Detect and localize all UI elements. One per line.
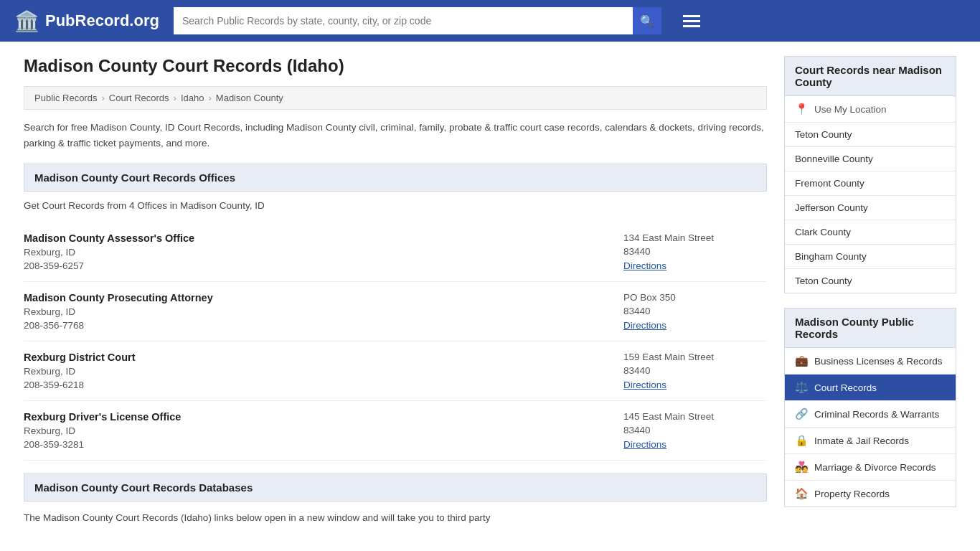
public-records-header: Madison County Public Records <box>784 308 956 348</box>
sidebar-item-label: Property Records <box>814 489 890 499</box>
sidebar-item-fremont-county[interactable]: Fremont County <box>785 171 956 196</box>
menu-icon-bar <box>683 15 700 17</box>
sidebar-item-label: Business Licenses & Records <box>814 356 943 367</box>
sidebar-item-teton-county-1[interactable]: Teton County <box>785 123 956 147</box>
county-label: Jefferson County <box>795 202 868 213</box>
office-name: Madison County Prosecuting Attorney <box>24 292 213 303</box>
office-city: Rexburg, ID <box>24 366 136 377</box>
office-left: Rexburg Driver's License Office Rexburg,… <box>24 411 181 450</box>
link-icon: 🔗 <box>795 408 809 420</box>
office-zip: 83440 <box>623 246 767 257</box>
office-zip: 83440 <box>623 425 767 435</box>
main-container: Madison County Court Records (Idaho) Pub… <box>9 42 971 540</box>
office-right: 159 East Main Street 83440 Directions <box>623 352 767 390</box>
breadcrumb: Public Records › Court Records › Idaho ›… <box>24 86 767 110</box>
breadcrumb-idaho[interactable]: Idaho <box>181 93 204 103</box>
sidebar-item-bonneville-county[interactable]: Bonneville County <box>785 147 956 171</box>
location-icon: 📍 <box>795 103 809 116</box>
menu-button[interactable] <box>683 15 700 27</box>
offices-section-header: Madison County Court Records Offices <box>24 164 767 192</box>
office-zip: 83440 <box>623 365 767 376</box>
sidebar-item-marriage-records[interactable]: 💑 Marriage & Divorce Records <box>785 454 956 481</box>
public-records-list: 💼 Business Licenses & Records ⚖️ Court R… <box>784 348 956 507</box>
office-city: Rexburg, ID <box>24 306 213 317</box>
logo-text: PubRecord.org <box>45 11 159 30</box>
search-input[interactable] <box>174 7 633 34</box>
office-left: Madison County Prosecuting Attorney Rexb… <box>24 292 213 331</box>
public-records-header-text: Madison County Public Records <box>795 316 914 340</box>
use-location-label: Use My Location <box>814 104 887 115</box>
office-name: Madison County Assessor's Office <box>24 232 194 244</box>
nearby-counties-list: 📍 Use My Location Teton County Bonnevill… <box>784 96 956 293</box>
county-label: Teton County <box>795 129 852 140</box>
search-area: 🔍 <box>174 7 661 34</box>
breadcrumb-court-records[interactable]: Court Records <box>109 93 169 103</box>
house-icon: 🏠 <box>795 487 809 500</box>
office-card: Madison County Prosecuting Attorney Rexb… <box>24 282 767 342</box>
offices-count: Get Court Records from 4 Offices in Madi… <box>24 200 767 211</box>
logo[interactable]: 🏛️ PubRecord.org <box>14 9 159 33</box>
lock-icon: 🔒 <box>795 434 809 447</box>
sidebar-item-label: Criminal Records & Warrants <box>814 409 939 420</box>
office-address: 145 East Main Street <box>623 411 767 422</box>
briefcase-icon: 💼 <box>795 354 809 367</box>
sidebar-item-clark-county[interactable]: Clark County <box>785 220 956 245</box>
directions-link[interactable]: Directions <box>623 439 666 450</box>
directions-link[interactable]: Directions <box>623 380 666 390</box>
sidebar-item-business-licenses[interactable]: 💼 Business Licenses & Records <box>785 348 956 375</box>
use-location-item[interactable]: 📍 Use My Location <box>785 96 956 123</box>
directions-link[interactable]: Directions <box>623 320 666 331</box>
sidebar-item-label: Inmate & Jail Records <box>814 435 909 446</box>
office-name: Rexburg Driver's License Office <box>24 411 181 423</box>
sidebar-item-criminal-records[interactable]: 🔗 Criminal Records & Warrants <box>785 401 956 428</box>
breadcrumb-current: Madison County <box>216 93 283 103</box>
office-left: Madison County Assessor's Office Rexburg… <box>24 232 194 271</box>
office-zip: 83440 <box>623 306 767 316</box>
scales-icon: ⚖️ <box>795 381 809 394</box>
county-label: Teton County <box>795 276 852 286</box>
office-right: PO Box 350 83440 Directions <box>623 292 767 331</box>
menu-icon-bar <box>683 25 700 27</box>
office-address: 159 East Main Street <box>623 352 767 362</box>
databases-text: The Madison County Court Records (Idaho)… <box>24 510 767 526</box>
sidebar-item-property-records[interactable]: 🏠 Property Records <box>785 481 956 507</box>
sidebar-item-label: Marriage & Divorce Records <box>814 462 936 473</box>
office-card: Rexburg Driver's License Office Rexburg,… <box>24 401 767 461</box>
office-address: 134 East Main Street <box>623 232 767 243</box>
sidebar-item-court-records[interactable]: ⚖️ Court Records <box>785 375 956 401</box>
menu-icon-bar <box>683 20 700 22</box>
office-phone: 208-356-7768 <box>24 320 213 331</box>
office-card: Rexburg District Court Rexburg, ID 208-3… <box>24 342 767 401</box>
nearby-header: Court Records near Madison County <box>784 56 956 96</box>
sidebar-item-label: Court Records <box>814 382 877 393</box>
header: 🏛️ PubRecord.org 🔍 <box>0 0 980 42</box>
breadcrumb-sep3: › <box>208 93 211 103</box>
county-label: Clark County <box>795 227 851 237</box>
breadcrumb-public-records[interactable]: Public Records <box>34 93 97 103</box>
office-city: Rexburg, ID <box>24 425 181 436</box>
office-phone: 208-359-6218 <box>24 380 136 390</box>
county-label: Bingham County <box>795 251 867 262</box>
breadcrumb-sep1: › <box>101 93 104 103</box>
county-label: Bonneville County <box>795 154 873 164</box>
sidebar-item-bingham-county[interactable]: Bingham County <box>785 245 956 269</box>
search-icon: 🔍 <box>640 14 654 28</box>
logo-icon: 🏛️ <box>14 9 39 33</box>
content-area: Madison County Court Records (Idaho) Pub… <box>24 56 767 526</box>
office-right: 145 East Main Street 83440 Directions <box>623 411 767 450</box>
search-button[interactable]: 🔍 <box>633 7 661 34</box>
rings-icon: 💑 <box>795 461 809 474</box>
office-address: PO Box 350 <box>623 292 767 303</box>
sidebar: Court Records near Madison County 📍 Use … <box>784 56 956 526</box>
county-label: Fremont County <box>795 178 864 189</box>
office-right: 134 East Main Street 83440 Directions <box>623 232 767 271</box>
sidebar-item-inmate-records[interactable]: 🔒 Inmate & Jail Records <box>785 428 956 454</box>
office-phone: 208-359-3281 <box>24 439 181 450</box>
office-phone: 208-359-6257 <box>24 260 194 271</box>
directions-link[interactable]: Directions <box>623 260 666 271</box>
office-city: Rexburg, ID <box>24 247 194 258</box>
sidebar-item-jefferson-county[interactable]: Jefferson County <box>785 196 956 220</box>
office-left: Rexburg District Court Rexburg, ID 208-3… <box>24 352 136 390</box>
sidebar-item-teton-county-2[interactable]: Teton County <box>785 269 956 293</box>
intro-text: Search for free Madison County, ID Court… <box>24 120 767 151</box>
